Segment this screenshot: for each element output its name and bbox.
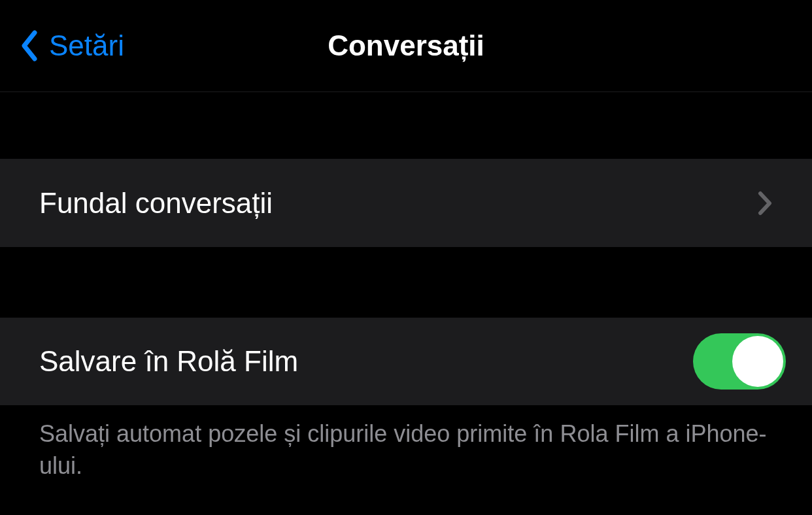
page-title: Conversații	[328, 29, 484, 62]
save-camera-roll-toggle[interactable]	[693, 333, 786, 390]
section-footer-text: Salvați automat pozele și clipurile vide…	[0, 405, 812, 495]
chevron-left-icon	[20, 29, 39, 62]
section-spacer	[0, 247, 812, 318]
row-label: Salvare în Rolă Film	[39, 345, 298, 378]
toggle-knob	[732, 336, 783, 387]
section-spacer	[0, 91, 812, 159]
row-label: Fundal conversații	[39, 187, 273, 220]
row-conversation-background[interactable]: Fundal conversații	[0, 159, 812, 247]
row-save-camera-roll: Salvare în Rolă Film	[0, 318, 812, 405]
back-button[interactable]: Setări	[20, 29, 124, 62]
nav-bar: Setări Conversații	[0, 0, 812, 91]
back-label: Setări	[49, 29, 124, 62]
chevron-right-icon	[757, 190, 773, 216]
